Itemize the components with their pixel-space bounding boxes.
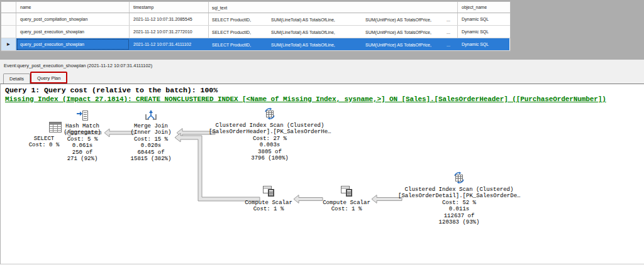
row-selector-cell [1, 26, 16, 38]
hash-match-icon [76, 109, 89, 122]
cell-name: query_post_execution_showplan [16, 26, 130, 38]
table-row[interactable]: query_post_execution_showplan 2021-11-12… [1, 26, 510, 38]
merge-join-icon [145, 109, 157, 122]
tab-details[interactable]: Details [3, 73, 30, 84]
event-detail-panel: Event:query_post_execution_showplan (202… [0, 60, 644, 84]
cell-name: query_post_compilation_showplan [16, 13, 130, 25]
compute-scalar-icon [340, 185, 353, 197]
column-header-name[interactable]: name [16, 2, 130, 13]
cell-sql-text: SELECT ProductID, SUM(LineTotal) AS Tota… [209, 38, 458, 50]
missing-index-link[interactable]: Missing Index (Impact 27.1814): CREATE N… [5, 95, 606, 103]
compute-scalar-icon [262, 185, 275, 197]
query-plan-panel: Query 1: Query cost (relative to the bat… [0, 84, 644, 264]
clustered-index-scan-icon [452, 171, 466, 184]
tab-query-plan[interactable]: Query Plan [30, 72, 68, 84]
row-selector-cell-current: ► [1, 38, 16, 50]
cell-timestamp: 2021-11-12 10:07:31.2085545 [130, 13, 209, 25]
plan-node-merge-join[interactable]: Merge Join (Inner Join) Cost: 15 % 0.020… [123, 109, 179, 162]
column-header-sql-text[interactable]: sql_text [209, 2, 458, 13]
table-row[interactable]: query_post_compilation_showplan 2021-11-… [1, 13, 510, 26]
xevents-viewer-window: name timestamp sql_text object_name quer… [0, 0, 644, 265]
query-cost-header: Query 1: Query cost (relative to the bat… [5, 86, 218, 94]
plan-node-clustered-index-scan-header[interactable]: Clustered Index Scan (Clustered) [SalesO… [209, 107, 331, 161]
table-row-selected[interactable]: ► query_post_execution_showplan 2021-11-… [1, 38, 510, 51]
detail-tabs: Details Query Plan [3, 72, 67, 84]
cell-name: query_post_execution_showplan [16, 38, 130, 50]
cell-timestamp: 2021-11-12 10:07:31.2772010 [130, 26, 209, 38]
plan-node-clustered-index-scan-detail[interactable]: Clustered Index Scan (Clustered) [SalesO… [398, 171, 520, 225]
cell-sql-text: SELECT ProductID, SUM(LineTotal) AS Tota… [209, 26, 458, 38]
cell-object-name: Dynamic SQL [458, 26, 509, 38]
cell-object-name: Dynamic SQL [458, 38, 509, 50]
clustered-index-scan-icon [263, 107, 277, 120]
plan-node-compute-scalar-1[interactable]: Compute Scalar Cost: 1 % [234, 185, 303, 213]
events-grid: name timestamp sql_text object_name quer… [1, 1, 511, 51]
plan-node-hash-match[interactable]: Hash Match (Aggregate) Cost: 5 % 0.061s … [54, 109, 111, 162]
column-header-timestamp[interactable]: timestamp [130, 2, 209, 13]
event-header-label: Event:query_post_execution_showplan (202… [4, 63, 152, 68]
row-selector-cell [1, 13, 16, 25]
column-header-object-name[interactable]: object_name [458, 2, 509, 13]
cell-sql-text: SELECT ProductID, SUM(LineTotal) AS Tota… [209, 13, 458, 25]
grid-header-row: name timestamp sql_text object_name [1, 2, 510, 13]
plan-node-compute-scalar-2[interactable]: Compute Scalar Cost: 1 % [312, 185, 381, 213]
current-row-marker-icon: ► [6, 42, 11, 47]
row-selector-header[interactable] [1, 2, 16, 13]
cell-object-name: Dynamic SQL [458, 13, 509, 25]
cell-timestamp: 2021-11-12 10:07:31.4111102 [130, 38, 209, 50]
